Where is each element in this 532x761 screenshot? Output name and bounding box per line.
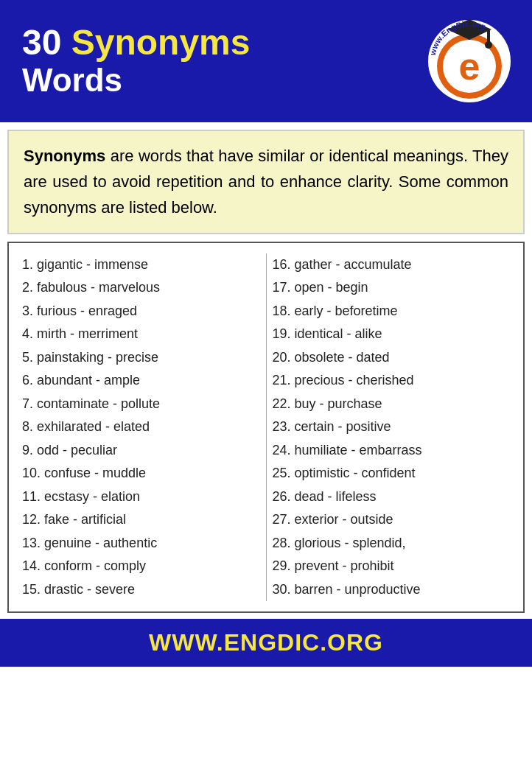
list-item: 22. buy - purchase bbox=[273, 393, 511, 416]
list-item: 5. painstaking - precise bbox=[22, 346, 260, 370]
header-words: Words bbox=[22, 63, 250, 98]
list-item: 4. mirth - merriment bbox=[22, 323, 260, 346]
footer: WWW.ENGDIC.ORG bbox=[0, 619, 532, 667]
list-item: 27. exterior - outside bbox=[273, 508, 511, 532]
list-item: 29. prevent - prohibit bbox=[273, 555, 511, 578]
list-item: 17. open - begin bbox=[273, 276, 511, 300]
list-item: 23. certain - positive bbox=[273, 415, 511, 439]
list-item: 9. odd - peculiar bbox=[22, 439, 260, 463]
list-item: 20. obsolete - dated bbox=[273, 346, 511, 370]
list-item: 25. optimistic - confident bbox=[273, 462, 511, 485]
list-item: 30. barren - unproductive bbox=[273, 578, 511, 602]
logo: e www.EngDic.org bbox=[421, 13, 517, 109]
list-item: 2. fabulous - marvelous bbox=[22, 276, 260, 300]
header: 30 Synonyms Words e bbox=[0, 0, 532, 122]
list-item: 8. exhilarated - elated bbox=[22, 415, 260, 439]
list-item: 19. identical - alike bbox=[273, 323, 511, 346]
list-item: 24. humiliate - embarrass bbox=[273, 439, 511, 463]
list-item: 15. drastic - severe bbox=[22, 578, 260, 602]
svg-point-7 bbox=[485, 41, 492, 49]
list-item: 26. dead - lifeless bbox=[273, 485, 511, 509]
page-container: 30 Synonyms Words e bbox=[0, 0, 532, 667]
list-item: 7. contaminate - pollute bbox=[22, 393, 260, 416]
list-item: 6. abundant - ample bbox=[22, 369, 260, 393]
list-item: 12. fake - artificial bbox=[22, 508, 260, 532]
list-item: 14. conform - comply bbox=[22, 555, 260, 578]
list-item: 11. ecstasy - elation bbox=[22, 485, 260, 509]
footer-engdic: ENGDIC bbox=[224, 629, 320, 656]
list-item: 16. gather - accumulate bbox=[273, 253, 511, 277]
header-synonyms: Synonyms bbox=[71, 23, 251, 62]
svg-text:e: e bbox=[459, 45, 480, 88]
footer-text: WWW.ENGDIC.ORG bbox=[15, 629, 517, 656]
list-column-left: 1. gigantic - immense2. fabulous - marve… bbox=[16, 253, 267, 602]
list-item: 10. confuse - muddle bbox=[22, 462, 260, 485]
footer-org: .ORG bbox=[320, 629, 383, 656]
header-number: 30 bbox=[22, 23, 61, 62]
list-item: 21. precious - cherished bbox=[273, 369, 511, 393]
footer-www: WWW. bbox=[149, 629, 224, 656]
description-box: Synonyms are words that have similar or … bbox=[7, 130, 525, 234]
list-column-right: 16. gather - accumulate17. open - begin1… bbox=[267, 253, 517, 602]
list-item: 1. gigantic - immense bbox=[22, 253, 260, 277]
list-item: 28. glorious - splendid, bbox=[273, 532, 511, 555]
description-bold: Synonyms bbox=[24, 147, 105, 165]
list-item: 13. genuine - authentic bbox=[22, 532, 260, 555]
list-item: 3. furious - enraged bbox=[22, 300, 260, 323]
synonyms-list: 1. gigantic - immense2. fabulous - marve… bbox=[7, 242, 525, 614]
list-item: 18. early - beforetime bbox=[273, 300, 511, 323]
header-title: 30 Synonyms Words bbox=[22, 24, 250, 98]
